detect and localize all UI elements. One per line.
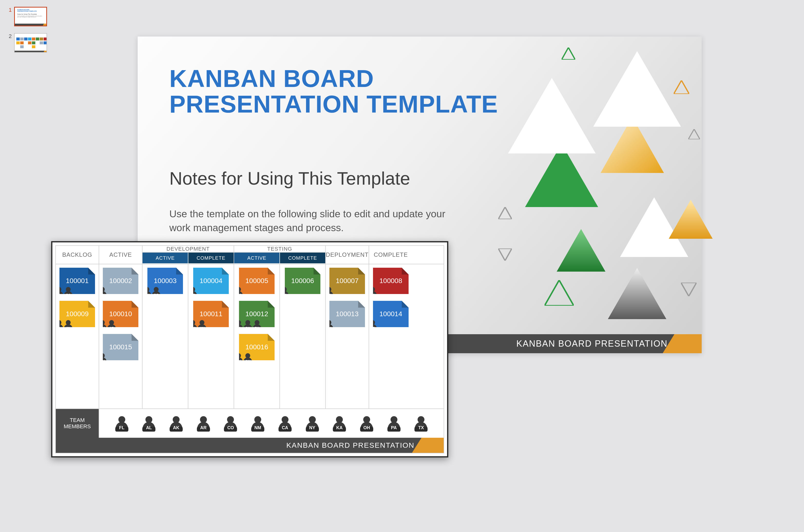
svg-point-15: [57, 287, 61, 292]
col-header-deployment: DEPLOYMENT: [326, 246, 369, 264]
card-avatars: NY: [98, 353, 108, 364]
avatar-pin: OH: [242, 353, 253, 364]
svg-rect-54: [280, 294, 289, 298]
kanban-board: BACKLOG ACTIVE DEVELOPMENT ACTIVE COMPLE…: [55, 245, 444, 453]
avatar-pin: CO: [151, 286, 162, 298]
card-100008[interactable]: 100008 CA: [373, 268, 409, 294]
card-100014[interactable]: 100014 CO: [373, 301, 409, 327]
avatar-pin: PA: [252, 319, 262, 331]
avatar-pin: NY: [305, 415, 320, 432]
triangle-outline-green-1: [562, 48, 575, 60]
triangle-white-2: [593, 51, 681, 127]
avatar-pin: AL: [63, 319, 74, 331]
card-100012[interactable]: 100012 KA OH PA: [239, 301, 275, 327]
thumb1-body: Use the template on the following slide …: [17, 16, 42, 18]
svg-rect-18: [63, 294, 73, 298]
svg-marker-9: [498, 207, 512, 219]
svg-rect-50: [234, 361, 243, 364]
card-100016[interactable]: 100016 TX OH: [239, 334, 275, 360]
svg-rect-58: [324, 328, 334, 331]
card-100010[interactable]: 100010 AK AR: [103, 301, 138, 327]
card-100001[interactable]: 100001 FL CA: [59, 268, 95, 294]
card-id: 100011: [200, 310, 222, 318]
avatar-pin: AR: [196, 415, 211, 432]
slide-footer-text: KANBAN BOARD PRESENTATION: [516, 339, 668, 349]
card-avatars: PA: [325, 286, 334, 298]
triangle-green-med: [557, 229, 605, 272]
col-header-complete: COMPLETE: [369, 246, 412, 264]
svg-point-37: [190, 320, 195, 325]
kanban-overlay-window[interactable]: BACKLOG ACTIVE DEVELOPMENT ACTIVE COMPLE…: [51, 241, 448, 457]
kanban-header: BACKLOG ACTIVE DEVELOPMENT ACTIVE COMPLE…: [56, 246, 444, 264]
card-id: 100007: [336, 277, 358, 285]
svg-rect-44: [234, 328, 243, 331]
card-avatars: AL: [98, 286, 108, 298]
avatar-pin: NM: [233, 286, 244, 298]
card-id: 100001: [66, 277, 89, 285]
slide-subtitle[interactable]: Notes for Using This Template: [169, 168, 410, 189]
card-id: 100002: [109, 277, 132, 285]
triangle-outline-green-2: [544, 280, 574, 306]
thumbnail-slide-2[interactable]: [14, 33, 47, 53]
svg-marker-3: [593, 51, 681, 127]
card-100015[interactable]: 100015 NY: [103, 334, 138, 360]
slide-thumbnails-panel: 1 KANBAN BOARDPRESENTATION TEMPLATE Note…: [7, 7, 47, 53]
card-id: 100016: [245, 343, 268, 351]
card-100011[interactable]: 100011 NM NY: [193, 301, 229, 327]
subheader-test-active: ACTIVE: [234, 253, 280, 263]
card-avatars: CO: [369, 319, 378, 331]
triangle-outline-gray-3: [688, 129, 700, 139]
svg-rect-32: [142, 294, 152, 298]
slide-footer-accent: [663, 334, 702, 353]
card-100006[interactable]: 100006 KA: [285, 268, 320, 294]
card-100004[interactable]: 100004 AR: [193, 268, 229, 294]
col-complete: 100008 CA 100014 CO: [369, 264, 412, 408]
svg-rect-36: [188, 294, 197, 298]
slide-body-text[interactable]: Use the template on the following slide …: [169, 207, 462, 235]
card-avatars: FL CA: [55, 286, 74, 298]
svg-rect-38: [188, 328, 197, 331]
svg-point-43: [236, 320, 241, 325]
avatar-pin: CA: [278, 415, 293, 432]
card-100013[interactable]: 100013 TX: [330, 301, 365, 327]
slide-title[interactable]: KANBAN BOARD PRESENTATION TEMPLATE: [169, 66, 498, 117]
avatar-pin: KA: [279, 286, 290, 298]
svg-marker-7: [669, 200, 713, 239]
svg-marker-13: [544, 280, 574, 306]
col-dev-active: 100003 AK CO: [143, 264, 188, 408]
svg-rect-60: [368, 294, 377, 298]
slide-title-line2: PRESENTATION TEMPLATE: [169, 90, 498, 118]
avatar-pin: NY: [197, 319, 207, 331]
svg-marker-8: [562, 48, 575, 60]
kanban-body: 100001 FL CA 100009 FL AL 100002: [56, 264, 444, 408]
card-100005[interactable]: 100005 NM: [239, 268, 275, 294]
card-100009[interactable]: 100009 FL AL: [59, 301, 95, 327]
triangle-silver: [608, 268, 666, 319]
team-members-list: FL AL AK AR CO NM CA NY KA: [99, 409, 444, 438]
avatar-pin: TX: [413, 415, 429, 432]
kanban-footer-accent: [412, 438, 444, 453]
triangle-outline-yellow-1: [674, 80, 689, 94]
card-avatars: KA: [280, 286, 290, 298]
card-id: 100015: [109, 343, 132, 351]
card-avatars: AK CO: [143, 286, 162, 298]
slide-title-line1: KANBAN BOARD: [169, 65, 374, 92]
card-100007[interactable]: 100007 PA: [330, 268, 365, 294]
svg-rect-24: [98, 294, 107, 298]
team-label-text: TEAMMEMBERS: [63, 417, 91, 430]
avatar-pin: AK: [169, 415, 184, 432]
card-100002[interactable]: 100002 AL: [103, 268, 138, 294]
col-test-active: 100005 NM 100012 KA OH PA 100016 TX: [234, 264, 280, 408]
svg-rect-20: [54, 328, 63, 331]
card-id: 100012: [245, 310, 268, 318]
svg-marker-10: [498, 248, 512, 261]
svg-point-19: [57, 320, 61, 325]
card-avatars: TX: [325, 319, 334, 331]
card-100003[interactable]: 100003 AK CO: [147, 268, 183, 294]
avatar-pin: CO: [223, 415, 238, 432]
kanban-footer-text: KANBAN BOARD PRESENTATION: [286, 441, 414, 450]
thumbnail-slide-1[interactable]: KANBAN BOARDPRESENTATION TEMPLATE Notes …: [14, 7, 47, 26]
avatar-pin: KA: [332, 415, 347, 432]
svg-rect-52: [243, 361, 253, 364]
thumbnail-row-2: 2: [7, 33, 47, 53]
